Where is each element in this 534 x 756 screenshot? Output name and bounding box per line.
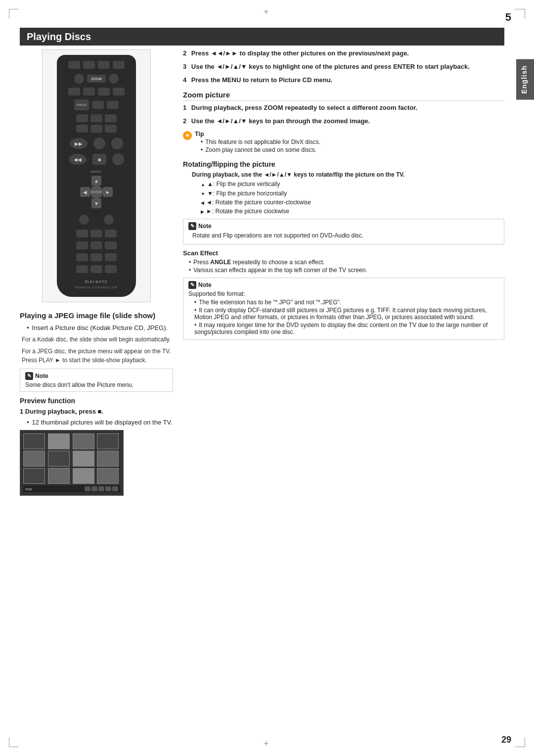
- thumb-bar-controls: [85, 486, 118, 491]
- rew-icon: ◀◀: [74, 157, 82, 162]
- remote-g3: [105, 114, 117, 122]
- thumb-ctrl-4: [105, 486, 111, 491]
- thumb-ctrl-2: [91, 486, 97, 491]
- thumb-11: [73, 468, 94, 484]
- dpad-enter: ENTER: [90, 186, 103, 198]
- remote-btn-4: [113, 61, 125, 69]
- remote-side-btns: [79, 215, 114, 225]
- jpeg-section-title: Playing a JPEG image file (slide show): [20, 311, 173, 320]
- rotate-right: ►: Rotate the picture clockwise: [201, 208, 504, 215]
- step-2-text: Press ◄◄/►► to display the other picture…: [191, 49, 409, 57]
- thumb-7: [73, 451, 94, 467]
- preview-step-num: 1: [20, 408, 23, 415]
- ff-icon: ▶▶: [75, 141, 83, 146]
- scan-bullet-1: Press ANGLE repeatedly to choose a scan …: [189, 259, 504, 266]
- remote-n10: [76, 265, 88, 273]
- left-column: ZOOM ANGLE: [20, 49, 173, 736]
- remote-image: ZOOM ANGLE: [42, 49, 151, 302]
- remote-numpad-2: [76, 241, 117, 249]
- brand-sub-label: REMOTE CONTROLLER: [75, 286, 117, 289]
- remote-n6: [105, 241, 117, 249]
- right-arrow-icon: ►: [105, 189, 110, 195]
- remote-btn-1: [68, 61, 80, 69]
- remote-n2: [90, 230, 102, 237]
- remote-rew-btn: ◀◀: [69, 154, 87, 165]
- jpeg-bullet-1: Insert a Picture disc (Kodak Picture CD,…: [27, 324, 173, 332]
- thumb-8: [97, 451, 119, 467]
- remote-n8: [90, 253, 102, 261]
- remote-g5: [90, 125, 102, 133]
- page-number-top: 5: [505, 11, 511, 24]
- crosshair-bottom: [262, 737, 272, 747]
- note-icon-1: ✎: [25, 372, 33, 380]
- remote-g2: [90, 114, 102, 122]
- zoom-step1-text: During playback, press ZOOM repeatedly t…: [191, 104, 417, 111]
- remote-numpad-3: [76, 253, 117, 261]
- down-arrow-icon: ▼: [94, 201, 99, 206]
- zoom-step1-block: 1 During playback, press ZOOM repeatedly…: [183, 104, 504, 111]
- zoom-label: ZOOM: [91, 77, 102, 81]
- preview-step1-text: During playback, press ■.: [25, 408, 103, 415]
- rotate-section-heading: Rotating/flipping the picture: [183, 160, 504, 168]
- thumb-row-3: [23, 468, 120, 484]
- remote-ff-btn: ▶▶: [70, 138, 88, 149]
- thumb-row-1: [23, 433, 120, 449]
- remote-rew-row: ◀◀ ■: [69, 153, 124, 165]
- brand-label: marantz: [85, 279, 108, 284]
- remote-g6: [105, 125, 117, 133]
- note-box-2: ✎ Note Rotate and Flip operations are no…: [183, 219, 504, 244]
- thumb-6: [48, 451, 70, 467]
- remote-round-3: [93, 138, 105, 149]
- remote-btn-3: [98, 61, 110, 69]
- thumbnail-grid: mar: [20, 430, 124, 496]
- zoom-step2-block: 2 Use the ◄/►/▲/▼ keys to pan through th…: [183, 117, 504, 125]
- crosshair-top: [262, 9, 272, 19]
- left-arrow-icon: ◀: [83, 189, 87, 195]
- remote-btn-2: [83, 61, 95, 69]
- note-2-text: Rotate and Flip operations are not suppo…: [192, 232, 499, 240]
- remote-btn-8: [113, 88, 125, 95]
- thumb-3: [73, 433, 94, 449]
- remote-zoom-btn: ZOOM: [87, 75, 106, 83]
- step-3-block: 3 Use the ◄/►/▲/▼ keys to highlight one …: [183, 63, 504, 70]
- rotate-up: ▲: Flip the picture vertically: [201, 180, 504, 189]
- language-tab: English: [516, 59, 534, 100]
- note-3-item2: It can only display DCF-standard still p…: [194, 307, 499, 321]
- rotate-down: ▼: Flip the picture horizontally: [201, 189, 504, 198]
- step-4-block: 4 Press the MENU to return to Picture CD…: [183, 76, 504, 84]
- dpad-right: ►: [103, 187, 113, 197]
- dpad-left: ◀: [80, 187, 90, 197]
- note-3-title: ✎ Note: [188, 281, 499, 289]
- remote-btn-5: [68, 88, 80, 95]
- remote-g4: [76, 125, 88, 133]
- thumb-5: [23, 451, 45, 467]
- zoom-step2-number: 2: [183, 117, 186, 125]
- angle-label: ANGLE: [77, 103, 87, 106]
- menu-label: MENU: [91, 170, 102, 173]
- remote-n1: [76, 230, 88, 237]
- thumb-12: [97, 468, 119, 484]
- rotate-left: ◄: Rotate the picture counter-clockwise: [201, 198, 504, 207]
- remote-n9: [105, 253, 117, 261]
- tip-box: ☀ Tip This feature is not applicable for…: [183, 131, 504, 154]
- note-3-item1: The file extension has to be "*.JPG" and…: [194, 299, 499, 306]
- note-1-text: Some discs don't allow the Picture menu.: [25, 381, 168, 388]
- preview-step1: 1 During playback, press ■.: [20, 408, 173, 415]
- remote-dpad: ▲ ▼ ◀ ► ENTER: [79, 175, 114, 209]
- stop-icon: ■: [98, 157, 101, 162]
- note-icon-3: ✎: [188, 281, 196, 289]
- thumb-ctrl-3: [98, 486, 104, 491]
- tip-bullet-2: Zoom play cannot be used on some discs.: [201, 146, 320, 153]
- jpeg-sub-1: For a Kodak disc, the slide show will be…: [22, 335, 173, 344]
- rotate-main-bullet: During playback, use the ◄/►/▲/▼ keys to…: [192, 171, 504, 179]
- remote-n5: [90, 241, 102, 249]
- remote-zoom-row: ZOOM: [74, 74, 119, 84]
- thumb-row-2: [23, 451, 120, 467]
- tip-icon: ☀: [183, 131, 192, 140]
- thumb-ctrl-5: [112, 486, 118, 491]
- header-bar: Playing Discs: [20, 28, 504, 46]
- scan-bullet-2: Various scan effects appear in the top l…: [189, 267, 504, 274]
- remote-n3: [105, 230, 117, 237]
- zoom-step2-text: Use the ◄/►/▲/▼ keys to pan through the …: [191, 117, 370, 125]
- jpeg-sub-2: For a JPEG disc, the picture menu will a…: [22, 347, 173, 365]
